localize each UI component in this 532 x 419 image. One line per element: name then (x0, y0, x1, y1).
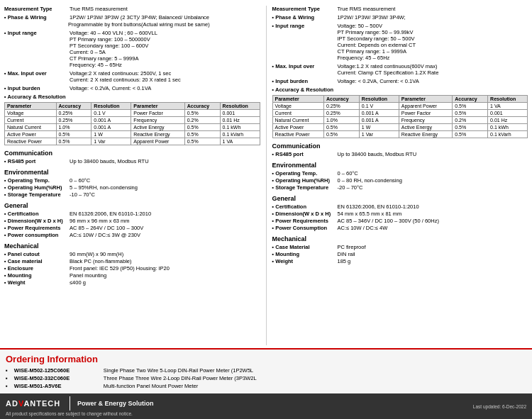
table-cell: Active Energy (131, 124, 185, 131)
table-cell: 0.25% (56, 110, 92, 117)
ordering-title: Ordering Information (6, 354, 526, 364)
table-row: Reactive Power0.5%1 VarApparent Power0.5… (5, 138, 260, 145)
table-cell: 1 VA (488, 103, 528, 110)
table-cell: 0.5% (453, 131, 488, 138)
r-input-burden-value: Voltage: < 0.2VA, Current: < 0.1VA (338, 78, 528, 84)
r-general-title: General (272, 195, 528, 202)
r-case-material-label: ▪ Case Material (272, 244, 336, 250)
table-row: Active Power0.5%1 WReactive Energy0.5%0.… (5, 131, 260, 138)
r-storage-temp-label: ▪ Storage Temperature (272, 184, 336, 191)
max-input-block: ▪ Max. Input over Voltage:2 X rated cont… (4, 70, 260, 83)
r-power-req-value: AC 85 – 346V / DC 100 – 300V (50 / 60Hz) (338, 218, 528, 224)
ordering-bullet: ▪ (6, 383, 8, 389)
cert-label-left: ▪ Certification (4, 211, 68, 217)
input-burden-block: ▪ Input burden Voltage: < 0.2VA, Current… (4, 85, 260, 91)
r-max-input-label: ▪ Max. Input over (272, 63, 336, 76)
table-cell: 1 Var (359, 131, 399, 138)
table-cell: 0.5% (453, 103, 488, 110)
col-param1: Parameter (5, 103, 57, 110)
r-measurement-type-label: Measurement Type (272, 6, 336, 12)
table-cell: Natural Current (272, 117, 324, 124)
input-burden-value: Voltage: < 0.2VA, Current: < 0.1VA (70, 85, 260, 91)
table-cell: Current (272, 110, 324, 117)
r-power-req-label: ▪ Power Requirements (272, 218, 336, 224)
table-cell: Reactive Power (272, 131, 324, 138)
table-cell: 1.0% (56, 124, 92, 131)
storage-temp-label-left: ▪ Storage Temperature (4, 191, 68, 198)
col-acc2: Accuracy (184, 103, 220, 110)
r-max-input-value: Voltage:1.2 X rated continuous(600V max)… (338, 63, 528, 76)
accuracy-block: ▪ Accuracy & Resolution Parameter Accura… (4, 94, 260, 145)
r-phase-wiring-label: ▪ Phase & Wiring (272, 14, 336, 21)
table-cell: Natural Current (5, 124, 57, 131)
r-col-res1: Resolution (359, 96, 399, 103)
enclosure-value: Front panel: IEC 529 (IP50) Housing: IP2… (70, 265, 260, 272)
table-cell: 0.5% (184, 110, 220, 117)
col-param2: Parameter (131, 103, 185, 110)
panel-cutout-value: 90 mm(W) x 90 mm(H) (70, 251, 260, 257)
phase-wiring-label: ▪ Phase & Wiring (4, 14, 68, 21)
r-mounting-label: ▪ Mounting (272, 251, 336, 257)
r-rs485-label: ▪ RS485 port (272, 151, 336, 157)
op-hum-value-left: 5 – 95%RH, non-condensing (70, 184, 260, 191)
table-row: Natural Current1.0%0.001 AActive Energy0… (5, 124, 260, 131)
table-row: Natural Current1.0%0.001 AFrequency0.2%0… (272, 117, 528, 124)
footer-logo: ADVANTECH (6, 399, 62, 408)
table-cell: 1.0% (324, 117, 360, 124)
table-cell: Reactive Energy (399, 131, 453, 138)
r-general-block: ▪ Certification EN 61326:2006, EN 61010-… (272, 203, 528, 231)
r-input-burden-block: ▪ Input burden Voltage: < 0.2VA, Current… (272, 78, 528, 84)
table-cell: 0.25% (56, 117, 92, 124)
r-mounting-value: DIN rail (338, 251, 528, 257)
footer-divider (70, 396, 70, 410)
table-cell: Active Power (5, 131, 57, 138)
env-block-left: ▪ Operating Temp. 0 – 60°C ▪ Operating H… (4, 177, 260, 198)
r-environmental-title: Environmental (272, 162, 528, 169)
case-material-label-left: ▪ Case material (4, 258, 68, 264)
table-cell: Power Factor (399, 110, 453, 117)
r-dim-label: ▪ Dimension(W x D x H) (272, 211, 336, 217)
table-cell: 0.01 Hz (488, 117, 528, 124)
col-res2: Resolution (220, 103, 260, 110)
table-row: Voltage0.25%0.1 VApparent Power0.5%1 VA (272, 103, 528, 110)
logo-text-2: ANTECH (23, 399, 60, 408)
table-cell: Power Factor (131, 110, 185, 117)
max-input-value: Voltage:2 X rated continuous: 2500V, 1 s… (70, 70, 260, 83)
r-phase-wiring-block: ▪ Phase & Wiring 1P2W/ 1P3W/ 3P3W/ 3P4W; (272, 14, 528, 21)
r-input-range-block: ▪ Input range Voltage: 50 – 500V PT Prim… (272, 23, 528, 61)
footer: ADVANTECH Power & Energy Solution All pr… (0, 393, 532, 419)
r-measurement-type-block: Measurement Type True RMS measurement (272, 6, 528, 12)
ordering-code: WISE-M501-A5V6E (14, 383, 99, 389)
r-mechanical-block: ▪ Case Material PC fireproof ▪ Mounting … (272, 244, 528, 264)
table-cell: 0.25% (324, 103, 360, 110)
footer-tagline-block: Power & Energy Solution (77, 400, 154, 407)
table-cell: 0.5% (453, 110, 488, 117)
phase-wiring-value: 1P2W/ 1P3W/ 3P3W (2 3CT)/ 3P4W; Balanced… (70, 14, 260, 21)
power-cons-label-left: ▪ Power consumption (4, 232, 68, 238)
r-measurement-type-value: True RMS measurement (338, 6, 528, 12)
ordering-desc: Multi-function Panel Mount Power Meter (104, 383, 526, 389)
r-cert-value: EN 61326:2006, EN 61010-1:2010 (338, 203, 528, 210)
power-cons-value-left: AC:≤ 10W / DC:≤ 3W @ 230V (70, 232, 260, 238)
footer-tagline: Power & Energy Solution (77, 400, 154, 407)
r-mechanical-title: Mechanical (272, 235, 528, 242)
r-input-range-label: ▪ Input range (272, 23, 336, 61)
table-cell: 0.1 kVarh (220, 131, 260, 138)
r-communication-title: Communication (272, 143, 528, 150)
main-content: Measurement Type True RMS measurement ▪ … (0, 0, 532, 348)
input-range-value: Voltage: 40 – 400 VLN ; 60 – 600VLL PT P… (70, 30, 260, 68)
r-rs485-block: ▪ RS485 port Up to 38400 bauds, Modbus R… (272, 151, 528, 157)
input-range-label: ▪ Input range (4, 30, 68, 68)
r-case-material-value: PC fireproof (338, 244, 528, 250)
rs485-value: Up to 38400 bauds, Modbus RTU (70, 158, 260, 164)
right-column: Measurement Type True RMS measurement ▪ … (266, 6, 528, 345)
table-cell: 0.5% (324, 124, 360, 131)
table-cell: 0.001 (220, 110, 260, 117)
ordering-code: WISE-M502-332C060E (14, 375, 99, 381)
mounting-value-left: Panel mounting (70, 272, 260, 279)
table-cell: Active Energy (399, 124, 453, 131)
table-cell: 0.1 V (359, 103, 399, 110)
r-op-temp-value: 0 – 60°C (338, 170, 528, 177)
power-req-value-left: AC 85 – 264V / DC 100 – 300V (70, 225, 260, 231)
input-range-block: ▪ Input range Voltage: 40 – 400 VLN ; 60… (4, 30, 260, 68)
